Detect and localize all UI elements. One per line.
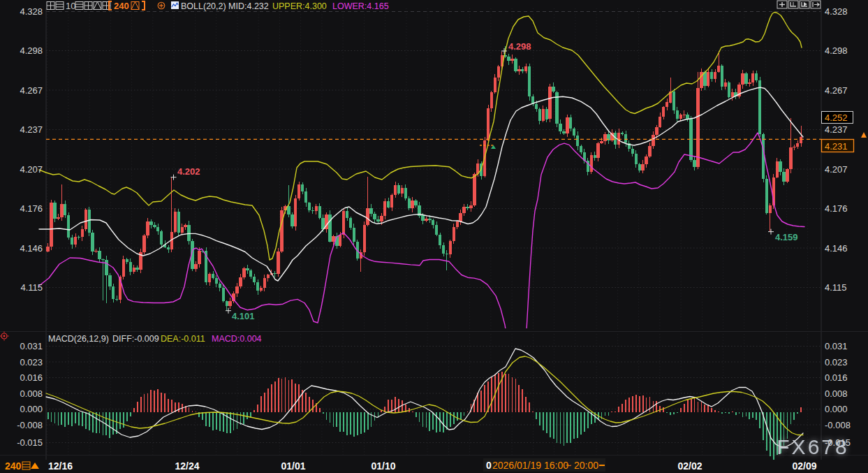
svg-text:02/02: 02/02 xyxy=(677,460,702,472)
svg-text:4.267: 4.267 xyxy=(20,85,43,96)
svg-text:4.115: 4.115 xyxy=(825,282,847,293)
svg-text:4.267: 4.267 xyxy=(825,85,848,96)
svg-text:0.008: 0.008 xyxy=(825,388,848,399)
svg-text:4.207: 4.207 xyxy=(20,164,43,175)
svg-text:240: 240 xyxy=(5,460,22,472)
svg-text:4.252: 4.252 xyxy=(825,112,848,123)
svg-text:-0.008: -0.008 xyxy=(17,420,43,430)
svg-text:0.023: 0.023 xyxy=(825,357,848,368)
svg-text:DEA:-0.011: DEA:-0.011 xyxy=(161,334,205,344)
svg-text:02/09: 02/09 xyxy=(792,460,816,472)
svg-text:4.328: 4.328 xyxy=(20,6,43,17)
svg-text:BOLL(20,2) MID:4.232: BOLL(20,2) MID:4.232 xyxy=(181,1,269,11)
svg-text:DIFF:-0.009: DIFF:-0.009 xyxy=(112,334,159,344)
svg-text:UPPER:4.300: UPPER:4.300 xyxy=(272,1,327,11)
svg-text:4.202: 4.202 xyxy=(177,166,200,177)
svg-text:4.146: 4.146 xyxy=(20,243,43,254)
svg-text:2026/01/19 16:00: 2026/01/19 16:00 xyxy=(492,460,568,471)
svg-text:20:00: 20:00 xyxy=(574,460,598,471)
svg-text:~: ~ xyxy=(566,460,571,471)
svg-text:4.231: 4.231 xyxy=(825,141,848,152)
svg-text:0.031: 0.031 xyxy=(825,341,848,351)
svg-text:240: 240 xyxy=(114,1,129,11)
svg-text:4.176: 4.176 xyxy=(825,203,848,214)
svg-text:01/10: 01/10 xyxy=(371,460,395,472)
svg-text:0.023: 0.023 xyxy=(20,357,43,368)
svg-text:MACD:0.004: MACD:0.004 xyxy=(212,334,262,344)
svg-text:12/16: 12/16 xyxy=(48,460,73,472)
svg-text:4.115: 4.115 xyxy=(20,282,43,293)
svg-text:4.298: 4.298 xyxy=(508,41,531,52)
svg-text:4.159: 4.159 xyxy=(775,232,798,242)
svg-text:4.237: 4.237 xyxy=(825,124,848,135)
svg-text:0.000: 0.000 xyxy=(20,404,43,414)
svg-text:0.016: 0.016 xyxy=(20,372,43,383)
svg-text:01/01: 01/01 xyxy=(281,460,305,472)
svg-text:4.328: 4.328 xyxy=(825,6,848,17)
svg-text:4.237: 4.237 xyxy=(20,124,43,135)
svg-text:4.101: 4.101 xyxy=(232,311,255,321)
svg-text:0.008: 0.008 xyxy=(20,388,43,399)
svg-text:4.146: 4.146 xyxy=(825,243,848,254)
svg-text:4.207: 4.207 xyxy=(825,164,848,175)
svg-text:0.016: 0.016 xyxy=(825,372,848,383)
svg-text:-0.015: -0.015 xyxy=(17,437,43,448)
svg-text:-0.008: -0.008 xyxy=(825,420,851,430)
svg-text:0.000: 0.000 xyxy=(825,404,848,414)
svg-text:0: 0 xyxy=(486,460,492,471)
svg-text:10: 10 xyxy=(66,1,75,11)
svg-text:4.176: 4.176 xyxy=(20,203,43,214)
svg-text:4.298: 4.298 xyxy=(825,45,848,56)
svg-text:4.298: 4.298 xyxy=(20,45,43,56)
svg-text:LOWER:4.165: LOWER:4.165 xyxy=(332,1,389,11)
svg-text:12/24: 12/24 xyxy=(175,460,199,472)
svg-text:0.031: 0.031 xyxy=(20,341,43,351)
svg-text:MACD(26,12,9): MACD(26,12,9) xyxy=(48,334,109,344)
svg-text:FX678: FX678 xyxy=(777,435,848,458)
